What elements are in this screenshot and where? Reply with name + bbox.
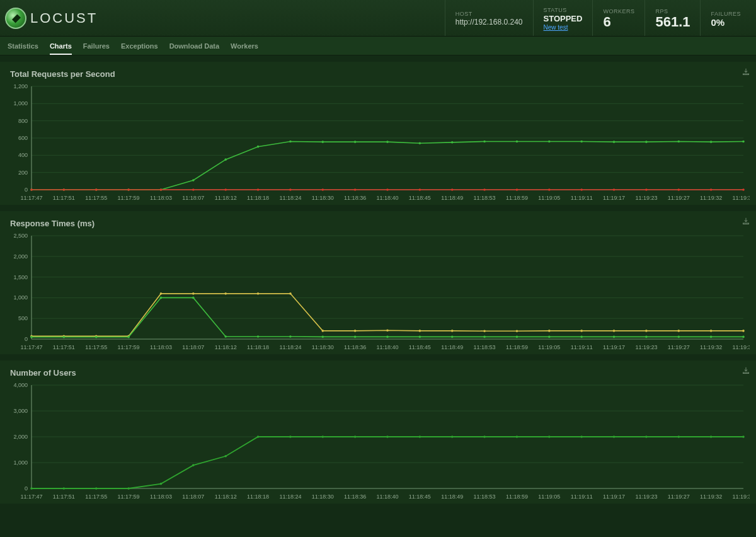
failures-value: 0%	[711, 18, 741, 27]
logo[interactable]: LOCUST	[5, 8, 445, 29]
svg-point-215	[419, 436, 421, 438]
panels: Total Requests per Second 02004006008001…	[0, 62, 756, 504]
chart-title-rps: Total Requests per Second	[10, 69, 750, 79]
svg-point-128	[224, 292, 227, 295]
svg-text:1,000: 1,000	[13, 294, 28, 301]
svg-point-70	[289, 188, 292, 191]
svg-text:2,000: 2,000	[13, 253, 28, 260]
svg-point-52	[451, 141, 454, 144]
svg-text:11:18:03: 11:18:03	[150, 195, 172, 201]
svg-text:11:18:30: 11:18:30	[312, 494, 334, 500]
stat-workers: WORKERS 6	[592, 0, 644, 36]
svg-text:11:18:53: 11:18:53	[474, 344, 496, 350]
svg-text:600: 600	[18, 135, 28, 141]
download-icon[interactable]	[742, 67, 750, 74]
svg-point-203	[30, 487, 33, 490]
svg-point-161	[548, 336, 551, 338]
download-icon[interactable]	[742, 366, 750, 373]
svg-point-130	[289, 292, 292, 295]
svg-point-166	[710, 336, 713, 338]
svg-point-212	[321, 436, 324, 438]
svg-text:11:18:49: 11:18:49	[441, 494, 463, 500]
svg-text:11:18:40: 11:18:40	[376, 494, 398, 500]
svg-point-79	[580, 188, 583, 191]
tab-failures[interactable]: Failures	[83, 42, 110, 55]
svg-text:11:18:24: 11:18:24	[279, 344, 301, 350]
svg-point-152	[257, 335, 260, 338]
svg-text:11:18:03: 11:18:03	[150, 344, 172, 350]
svg-text:4,000: 4,000	[13, 382, 28, 388]
svg-point-51	[419, 142, 421, 144]
svg-text:11:19:23: 11:19:23	[635, 494, 657, 500]
failures-label: FAILURES	[711, 11, 741, 17]
svg-point-62	[30, 188, 33, 191]
download-icon[interactable]	[742, 216, 750, 224]
chart-rps: 02004006008001,0001,20011:17:4711:17:511…	[6, 83, 750, 202]
svg-point-225	[742, 436, 745, 438]
stat-status: STATUS STOPPED New test	[533, 0, 593, 36]
svg-text:11:17:47: 11:17:47	[20, 494, 42, 500]
svg-point-69	[257, 188, 260, 191]
svg-text:11:17:59: 11:17:59	[118, 344, 140, 350]
svg-text:11:19:05: 11:19:05	[538, 494, 560, 500]
svg-text:1,500: 1,500	[13, 274, 28, 280]
svg-text:11:18:07: 11:18:07	[182, 344, 204, 350]
svg-point-219	[548, 436, 551, 438]
svg-point-82	[677, 188, 680, 191]
svg-point-158	[451, 336, 454, 338]
svg-point-222	[645, 436, 648, 438]
svg-point-56	[580, 141, 583, 143]
svg-text:11:17:51: 11:17:51	[53, 494, 75, 500]
svg-point-220	[580, 436, 583, 438]
new-test-link[interactable]: New test	[544, 24, 583, 31]
svg-text:0: 0	[25, 485, 28, 492]
svg-text:11:17:47: 11:17:47	[20, 195, 42, 201]
svg-point-71	[321, 188, 324, 191]
svg-point-159	[483, 336, 486, 338]
svg-point-217	[483, 436, 486, 438]
svg-point-66	[160, 188, 163, 191]
svg-text:11:18:40: 11:18:40	[376, 344, 398, 350]
svg-text:11:18:49: 11:18:49	[441, 344, 463, 350]
svg-point-156	[386, 336, 389, 338]
svg-point-154	[321, 336, 324, 338]
svg-text:11:18:12: 11:18:12	[215, 494, 237, 500]
host-label: HOST	[455, 11, 523, 17]
svg-point-67	[192, 188, 195, 191]
svg-text:0: 0	[25, 336, 28, 342]
svg-text:11:17:51: 11:17:51	[53, 344, 75, 350]
svg-point-64	[95, 188, 98, 191]
svg-point-206	[127, 487, 130, 490]
svg-text:11:18:07: 11:18:07	[182, 494, 204, 500]
svg-text:11:18:12: 11:18:12	[215, 195, 237, 201]
svg-text:11:18:59: 11:18:59	[506, 494, 528, 500]
svg-text:3,000: 3,000	[13, 408, 28, 414]
svg-point-72	[354, 188, 357, 191]
svg-text:11:19:27: 11:19:27	[668, 195, 690, 201]
svg-point-45	[224, 158, 227, 161]
tab-download-data[interactable]: Download Data	[169, 42, 219, 55]
svg-point-142	[677, 330, 680, 332]
tab-statistics[interactable]: Statistics	[8, 42, 38, 55]
svg-text:11:17:51: 11:17:51	[53, 195, 75, 201]
svg-point-50	[386, 141, 389, 143]
tab-workers[interactable]: Workers	[231, 42, 258, 55]
svg-point-129	[257, 292, 260, 295]
svg-point-209	[224, 455, 227, 458]
svg-text:11:19:32: 11:19:32	[700, 344, 722, 350]
svg-point-84	[742, 188, 745, 191]
svg-text:11:19:17: 11:19:17	[603, 344, 625, 350]
svg-point-46	[257, 146, 260, 148]
svg-point-210	[257, 436, 260, 438]
svg-point-65	[127, 188, 130, 191]
svg-text:11:19:36: 11:19:36	[732, 195, 750, 201]
tab-exceptions[interactable]: Exceptions	[121, 42, 158, 55]
tab-charts[interactable]: Charts	[50, 42, 72, 55]
chart-title-users: Number of Users	[10, 368, 750, 378]
svg-point-141	[645, 330, 648, 332]
svg-text:11:18:45: 11:18:45	[409, 344, 431, 350]
svg-point-60	[710, 141, 713, 143]
svg-text:2,500: 2,500	[13, 233, 28, 239]
svg-point-83	[710, 188, 713, 191]
svg-point-207	[160, 483, 163, 485]
